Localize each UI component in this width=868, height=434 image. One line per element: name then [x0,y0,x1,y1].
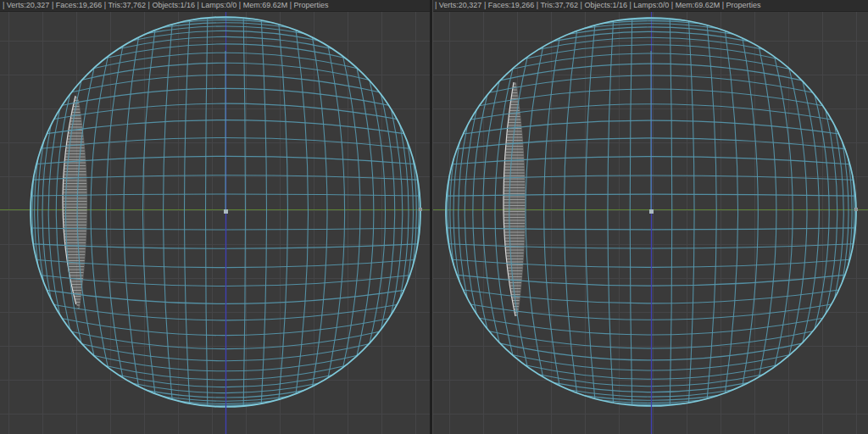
viewport-header-left[interactable]: | Verts:20,327 | Faces:19,266 | Tris:37,… [0,0,430,12]
blender-dual-viewport: | Verts:20,327 | Faces:19,266 | Tris:37,… [0,0,868,434]
viewport-stats-text: | Verts:20,327 | Faces:19,266 | Tris:37,… [432,0,761,11]
viewport-divider[interactable] [430,0,433,434]
viewport-header-right[interactable]: | Verts:20,327 | Faces:19,266 | Tris:37,… [432,0,868,12]
viewport-background [432,0,868,434]
rim-origin-dot[interactable] [419,208,422,211]
object-origin-dot[interactable] [649,209,654,214]
viewport-right[interactable]: | Verts:20,327 | Faces:19,266 | Tris:37,… [432,0,868,434]
viewport-canvas-right[interactable] [432,0,868,434]
object-origin-dot[interactable] [224,209,228,214]
viewport-canvas-left[interactable] [0,0,430,434]
viewport-left[interactable]: | Verts:20,327 | Faces:19,266 | Tris:37,… [0,0,430,434]
rim-origin-dot[interactable] [854,208,858,211]
viewport-stats-text: | Verts:20,327 | Faces:19,266 | Tris:37,… [0,0,329,11]
